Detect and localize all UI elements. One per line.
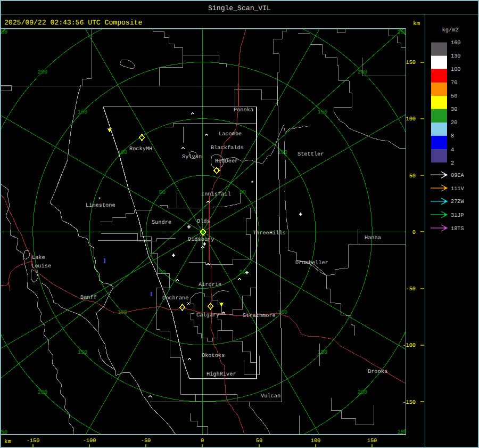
- svg-text:150: 150: [406, 60, 416, 66]
- svg-text:70: 70: [451, 80, 457, 86]
- svg-text:8: 8: [451, 133, 454, 140]
- svg-text:130: 130: [451, 53, 461, 60]
- svg-text:Sundre: Sundre: [152, 219, 171, 226]
- svg-text:Drumheller: Drumheller: [295, 260, 328, 266]
- svg-text:0: 0: [201, 438, 204, 444]
- svg-text:50: 50: [409, 173, 416, 180]
- svg-text:*: *: [251, 181, 254, 187]
- svg-text:-150: -150: [27, 438, 40, 444]
- svg-text:-100: -100: [83, 438, 96, 444]
- svg-text:ThreeHills: ThreeHills: [253, 230, 286, 237]
- svg-text:*: *: [98, 197, 102, 203]
- svg-text:Strathmore: Strathmore: [243, 313, 276, 319]
- svg-text:200: 200: [38, 389, 48, 396]
- svg-text:HighRiver: HighRiver: [207, 371, 236, 378]
- svg-text:Hanna: Hanna: [365, 235, 381, 241]
- svg-text:Calgary: Calgary: [196, 312, 219, 319]
- svg-text:Okotoks: Okotoks: [202, 353, 225, 359]
- svg-text:100: 100: [451, 67, 461, 73]
- svg-text:250: 250: [0, 29, 7, 36]
- svg-text:50: 50: [240, 190, 246, 196]
- svg-text:kg/m2: kg/m2: [442, 27, 459, 34]
- svg-text:31JP: 31JP: [451, 213, 464, 219]
- svg-text:2: 2: [451, 160, 454, 167]
- svg-text:200: 200: [358, 69, 368, 76]
- svg-text:30: 30: [451, 107, 457, 113]
- svg-text:100: 100: [278, 150, 288, 156]
- svg-text:-100: -100: [402, 343, 416, 349]
- svg-text:2025/09/22 02:43:56 UTC Compos: 2025/09/22 02:43:56 UTC Composite: [4, 19, 142, 27]
- svg-text:0: 0: [412, 230, 416, 236]
- svg-text:111V: 111V: [451, 186, 465, 192]
- svg-text:160: 160: [451, 40, 461, 46]
- svg-text:150: 150: [318, 109, 328, 116]
- svg-text:Olds: Olds: [197, 218, 210, 225]
- svg-text:Airdrie: Airdrie: [199, 282, 221, 288]
- svg-text:50: 50: [159, 270, 166, 276]
- svg-text:Lacombe: Lacombe: [219, 131, 242, 137]
- svg-text:4: 4: [451, 147, 454, 153]
- svg-text:Stettler: Stettler: [298, 151, 324, 158]
- svg-text:Didsbury: Didsbury: [188, 237, 214, 243]
- svg-text:km: km: [413, 21, 420, 27]
- svg-text:50: 50: [256, 438, 262, 444]
- svg-text:km: km: [4, 439, 12, 445]
- svg-text:150: 150: [78, 109, 88, 116]
- svg-text:50: 50: [159, 190, 166, 196]
- svg-text:Ponoka: Ponoka: [234, 107, 253, 113]
- svg-text:09EA: 09EA: [451, 173, 465, 179]
- svg-text:150: 150: [367, 438, 377, 444]
- svg-text:50: 50: [451, 93, 457, 100]
- svg-text:150: 150: [78, 349, 88, 356]
- svg-text:-150: -150: [402, 400, 416, 406]
- svg-text:27ZW: 27ZW: [451, 199, 465, 205]
- svg-text:Single_Scan_VIL: Single_Scan_VIL: [208, 4, 271, 12]
- svg-text:Brooks: Brooks: [368, 369, 387, 375]
- svg-text:-50: -50: [406, 286, 416, 292]
- svg-text:Blackfalds: Blackfalds: [211, 145, 244, 151]
- svg-text:Innisfail: Innisfail: [201, 191, 231, 198]
- svg-text:-50: -50: [141, 438, 151, 444]
- svg-text:50: 50: [240, 270, 246, 276]
- svg-text:RockyMH: RockyMH: [129, 146, 152, 152]
- svg-text:Cochrane: Cochrane: [162, 295, 188, 302]
- svg-text:RedDeer: RedDeer: [215, 158, 238, 165]
- svg-text:100: 100: [406, 116, 416, 123]
- svg-text:18TS: 18TS: [451, 226, 464, 232]
- svg-text:Sylvan: Sylvan: [182, 154, 202, 160]
- svg-text:Banff: Banff: [80, 295, 97, 301]
- svg-text:Vulcan: Vulcan: [261, 393, 280, 400]
- svg-text:Lake: Lake: [32, 255, 45, 261]
- svg-text:200: 200: [38, 69, 48, 76]
- svg-text:Louise: Louise: [31, 263, 51, 270]
- svg-text:20: 20: [451, 120, 457, 126]
- svg-text:200: 200: [358, 389, 368, 396]
- svg-text:100: 100: [311, 438, 321, 444]
